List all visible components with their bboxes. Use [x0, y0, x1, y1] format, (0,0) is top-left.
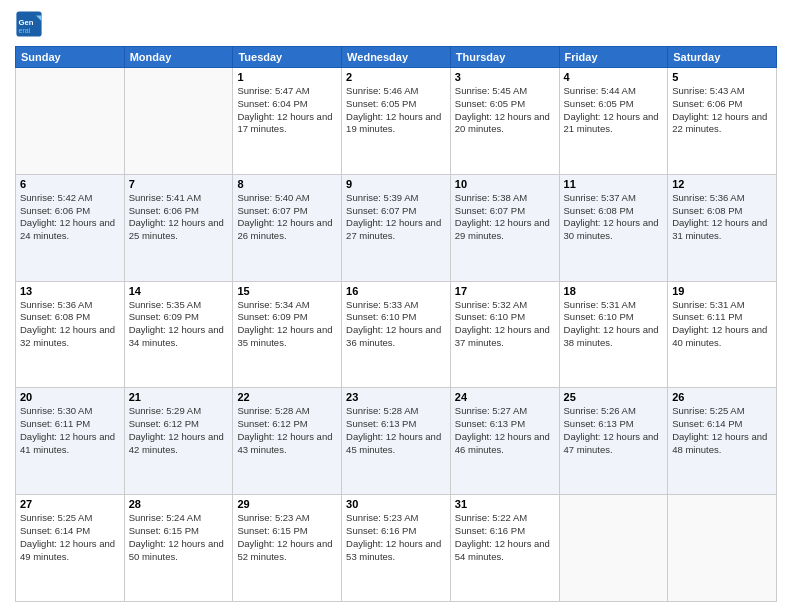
day-number: 18	[564, 285, 664, 297]
day-number: 16	[346, 285, 446, 297]
weekday-header: Sunday	[16, 47, 125, 68]
day-info: Sunrise: 5:40 AM Sunset: 6:07 PM Dayligh…	[237, 192, 337, 243]
calendar-cell: 12Sunrise: 5:36 AM Sunset: 6:08 PM Dayli…	[668, 174, 777, 281]
day-number: 10	[455, 178, 555, 190]
day-info: Sunrise: 5:29 AM Sunset: 6:12 PM Dayligh…	[129, 405, 229, 456]
day-number: 24	[455, 391, 555, 403]
day-number: 28	[129, 498, 229, 510]
day-number: 31	[455, 498, 555, 510]
calendar-cell: 10Sunrise: 5:38 AM Sunset: 6:07 PM Dayli…	[450, 174, 559, 281]
calendar-cell: 30Sunrise: 5:23 AM Sunset: 6:16 PM Dayli…	[342, 495, 451, 602]
calendar-cell: 16Sunrise: 5:33 AM Sunset: 6:10 PM Dayli…	[342, 281, 451, 388]
calendar-cell: 6Sunrise: 5:42 AM Sunset: 6:06 PM Daylig…	[16, 174, 125, 281]
calendar-cell: 1Sunrise: 5:47 AM Sunset: 6:04 PM Daylig…	[233, 68, 342, 175]
calendar-cell: 17Sunrise: 5:32 AM Sunset: 6:10 PM Dayli…	[450, 281, 559, 388]
day-number: 8	[237, 178, 337, 190]
day-info: Sunrise: 5:28 AM Sunset: 6:13 PM Dayligh…	[346, 405, 446, 456]
calendar-cell	[559, 495, 668, 602]
day-info: Sunrise: 5:43 AM Sunset: 6:06 PM Dayligh…	[672, 85, 772, 136]
day-info: Sunrise: 5:46 AM Sunset: 6:05 PM Dayligh…	[346, 85, 446, 136]
calendar-cell: 13Sunrise: 5:36 AM Sunset: 6:08 PM Dayli…	[16, 281, 125, 388]
weekday-header: Friday	[559, 47, 668, 68]
calendar-cell: 14Sunrise: 5:35 AM Sunset: 6:09 PM Dayli…	[124, 281, 233, 388]
day-number: 6	[20, 178, 120, 190]
svg-text:eral: eral	[19, 27, 31, 34]
day-number: 29	[237, 498, 337, 510]
calendar-cell: 8Sunrise: 5:40 AM Sunset: 6:07 PM Daylig…	[233, 174, 342, 281]
calendar-cell: 20Sunrise: 5:30 AM Sunset: 6:11 PM Dayli…	[16, 388, 125, 495]
day-number: 1	[237, 71, 337, 83]
day-info: Sunrise: 5:32 AM Sunset: 6:10 PM Dayligh…	[455, 299, 555, 350]
day-info: Sunrise: 5:38 AM Sunset: 6:07 PM Dayligh…	[455, 192, 555, 243]
weekday-header: Wednesday	[342, 47, 451, 68]
weekday-header: Monday	[124, 47, 233, 68]
calendar-cell: 18Sunrise: 5:31 AM Sunset: 6:10 PM Dayli…	[559, 281, 668, 388]
day-number: 13	[20, 285, 120, 297]
day-info: Sunrise: 5:36 AM Sunset: 6:08 PM Dayligh…	[20, 299, 120, 350]
day-info: Sunrise: 5:44 AM Sunset: 6:05 PM Dayligh…	[564, 85, 664, 136]
calendar-cell	[124, 68, 233, 175]
day-info: Sunrise: 5:42 AM Sunset: 6:06 PM Dayligh…	[20, 192, 120, 243]
day-number: 14	[129, 285, 229, 297]
day-info: Sunrise: 5:47 AM Sunset: 6:04 PM Dayligh…	[237, 85, 337, 136]
weekday-header: Tuesday	[233, 47, 342, 68]
calendar-cell: 26Sunrise: 5:25 AM Sunset: 6:14 PM Dayli…	[668, 388, 777, 495]
day-info: Sunrise: 5:39 AM Sunset: 6:07 PM Dayligh…	[346, 192, 446, 243]
calendar-cell: 9Sunrise: 5:39 AM Sunset: 6:07 PM Daylig…	[342, 174, 451, 281]
day-info: Sunrise: 5:37 AM Sunset: 6:08 PM Dayligh…	[564, 192, 664, 243]
day-info: Sunrise: 5:28 AM Sunset: 6:12 PM Dayligh…	[237, 405, 337, 456]
calendar-cell: 25Sunrise: 5:26 AM Sunset: 6:13 PM Dayli…	[559, 388, 668, 495]
day-number: 5	[672, 71, 772, 83]
calendar-cell: 24Sunrise: 5:27 AM Sunset: 6:13 PM Dayli…	[450, 388, 559, 495]
day-info: Sunrise: 5:41 AM Sunset: 6:06 PM Dayligh…	[129, 192, 229, 243]
day-number: 4	[564, 71, 664, 83]
calendar-cell: 31Sunrise: 5:22 AM Sunset: 6:16 PM Dayli…	[450, 495, 559, 602]
calendar-cell: 7Sunrise: 5:41 AM Sunset: 6:06 PM Daylig…	[124, 174, 233, 281]
day-number: 22	[237, 391, 337, 403]
calendar-cell: 21Sunrise: 5:29 AM Sunset: 6:12 PM Dayli…	[124, 388, 233, 495]
calendar-cell: 23Sunrise: 5:28 AM Sunset: 6:13 PM Dayli…	[342, 388, 451, 495]
day-number: 30	[346, 498, 446, 510]
weekday-header: Thursday	[450, 47, 559, 68]
header: Gen eral	[15, 10, 777, 38]
calendar-cell: 29Sunrise: 5:23 AM Sunset: 6:15 PM Dayli…	[233, 495, 342, 602]
calendar-page: Gen eral SundayMondayTuesdayWednesdayThu…	[0, 0, 792, 612]
calendar-cell: 15Sunrise: 5:34 AM Sunset: 6:09 PM Dayli…	[233, 281, 342, 388]
day-info: Sunrise: 5:23 AM Sunset: 6:15 PM Dayligh…	[237, 512, 337, 563]
day-info: Sunrise: 5:31 AM Sunset: 6:10 PM Dayligh…	[564, 299, 664, 350]
day-number: 20	[20, 391, 120, 403]
day-info: Sunrise: 5:33 AM Sunset: 6:10 PM Dayligh…	[346, 299, 446, 350]
day-number: 7	[129, 178, 229, 190]
weekday-header: Saturday	[668, 47, 777, 68]
day-info: Sunrise: 5:34 AM Sunset: 6:09 PM Dayligh…	[237, 299, 337, 350]
calendar-cell: 5Sunrise: 5:43 AM Sunset: 6:06 PM Daylig…	[668, 68, 777, 175]
calendar-cell: 3Sunrise: 5:45 AM Sunset: 6:05 PM Daylig…	[450, 68, 559, 175]
svg-text:Gen: Gen	[19, 18, 34, 27]
day-info: Sunrise: 5:45 AM Sunset: 6:05 PM Dayligh…	[455, 85, 555, 136]
day-info: Sunrise: 5:24 AM Sunset: 6:15 PM Dayligh…	[129, 512, 229, 563]
calendar-cell	[16, 68, 125, 175]
day-number: 17	[455, 285, 555, 297]
day-number: 21	[129, 391, 229, 403]
calendar-cell: 2Sunrise: 5:46 AM Sunset: 6:05 PM Daylig…	[342, 68, 451, 175]
day-number: 26	[672, 391, 772, 403]
day-info: Sunrise: 5:35 AM Sunset: 6:09 PM Dayligh…	[129, 299, 229, 350]
logo: Gen eral	[15, 10, 47, 38]
logo-icon: Gen eral	[15, 10, 43, 38]
day-info: Sunrise: 5:25 AM Sunset: 6:14 PM Dayligh…	[20, 512, 120, 563]
day-info: Sunrise: 5:31 AM Sunset: 6:11 PM Dayligh…	[672, 299, 772, 350]
calendar-cell: 28Sunrise: 5:24 AM Sunset: 6:15 PM Dayli…	[124, 495, 233, 602]
calendar-cell: 22Sunrise: 5:28 AM Sunset: 6:12 PM Dayli…	[233, 388, 342, 495]
day-info: Sunrise: 5:22 AM Sunset: 6:16 PM Dayligh…	[455, 512, 555, 563]
day-number: 15	[237, 285, 337, 297]
calendar-cell: 4Sunrise: 5:44 AM Sunset: 6:05 PM Daylig…	[559, 68, 668, 175]
day-number: 12	[672, 178, 772, 190]
calendar-cell	[668, 495, 777, 602]
day-number: 27	[20, 498, 120, 510]
day-number: 11	[564, 178, 664, 190]
day-number: 3	[455, 71, 555, 83]
day-number: 19	[672, 285, 772, 297]
day-info: Sunrise: 5:26 AM Sunset: 6:13 PM Dayligh…	[564, 405, 664, 456]
day-info: Sunrise: 5:30 AM Sunset: 6:11 PM Dayligh…	[20, 405, 120, 456]
day-number: 9	[346, 178, 446, 190]
